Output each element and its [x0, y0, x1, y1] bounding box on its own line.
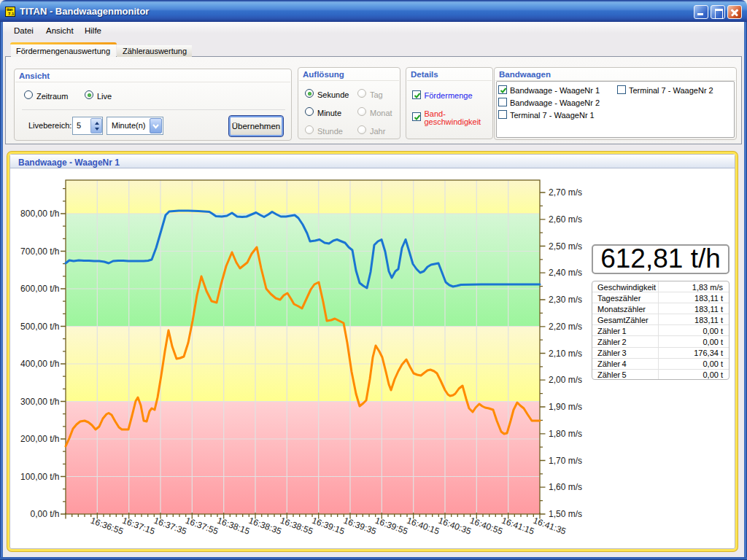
svg-text:16:39:15: 16:39:15 [311, 516, 347, 537]
svg-text:1,80 m/s: 1,80 m/s [549, 429, 582, 439]
svg-text:2,30 m/s: 2,30 m/s [549, 295, 582, 305]
svg-text:600,00 t/h: 600,00 t/h [20, 284, 59, 294]
svg-text:16:37:35: 16:37:35 [152, 516, 188, 537]
svg-text:2,60 m/s: 2,60 m/s [549, 214, 582, 225]
svg-text:2,00 m/s: 2,00 m/s [549, 375, 582, 385]
svg-text:16:37:55: 16:37:55 [184, 516, 220, 537]
svg-text:700,00 t/h: 700,00 t/h [20, 246, 59, 257]
svg-text:2,70 m/s: 2,70 m/s [549, 187, 582, 198]
svg-text:800,00 t/h: 800,00 t/h [20, 209, 59, 219]
svg-text:16:39:35: 16:39:35 [342, 516, 378, 537]
svg-text:400,00 t/h: 400,00 t/h [20, 359, 59, 369]
svg-text:16:41:15: 16:41:15 [500, 516, 536, 537]
svg-text:0,00 t/h: 0,00 t/h [30, 509, 59, 519]
svg-text:2,20 m/s: 2,20 m/s [549, 322, 582, 332]
svg-text:300,00 t/h: 300,00 t/h [20, 397, 59, 407]
svg-text:2,10 m/s: 2,10 m/s [549, 349, 582, 359]
svg-text:16:40:35: 16:40:35 [437, 516, 473, 537]
svg-text:16:36:55: 16:36:55 [89, 516, 125, 537]
svg-text:100,00 t/h: 100,00 t/h [20, 472, 59, 482]
svg-text:1,90 m/s: 1,90 m/s [549, 402, 582, 412]
svg-text:2,50 m/s: 2,50 m/s [549, 241, 582, 252]
svg-text:200,00 t/h: 200,00 t/h [20, 434, 59, 444]
svg-text:2,40 m/s: 2,40 m/s [549, 268, 582, 278]
svg-text:16:39:55: 16:39:55 [374, 516, 409, 537]
svg-text:1,60 m/s: 1,60 m/s [549, 482, 582, 492]
svg-text:16:38:35: 16:38:35 [247, 516, 283, 537]
svg-text:1,70 m/s: 1,70 m/s [549, 456, 582, 466]
svg-text:1,50 m/s: 1,50 m/s [549, 509, 582, 519]
svg-text:16:40:55: 16:40:55 [468, 516, 504, 537]
svg-text:16:37:15: 16:37:15 [121, 516, 157, 537]
svg-text:16:40:15: 16:40:15 [406, 516, 441, 537]
svg-text:16:38:15: 16:38:15 [216, 516, 252, 537]
svg-text:500,00 t/h: 500,00 t/h [20, 322, 59, 332]
svg-text:16:38:55: 16:38:55 [279, 516, 314, 537]
